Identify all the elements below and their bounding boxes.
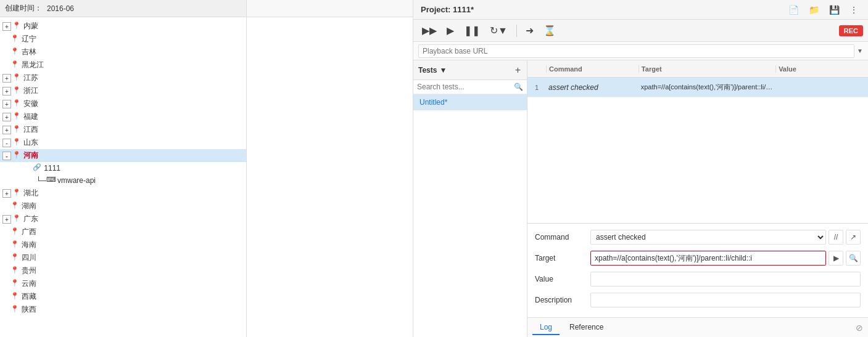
value-input[interactable] bbox=[590, 272, 861, 286]
tree-item[interactable]: 📍西藏 bbox=[0, 290, 246, 303]
test-list-item[interactable]: Untitled* bbox=[413, 94, 527, 110]
tree-item-icon: 📍 bbox=[12, 189, 22, 198]
tab-log[interactable]: Log bbox=[532, 320, 560, 335]
tree-toggle[interactable]: - bbox=[2, 139, 11, 147]
new-folder-button[interactable]: 📁 bbox=[806, 4, 822, 16]
run-all-button[interactable]: ▶▶ bbox=[418, 22, 440, 39]
tree-toggle[interactable]: + bbox=[2, 215, 11, 224]
tree-toggle[interactable]: - bbox=[2, 152, 11, 160]
tree-item-icon: 📍 bbox=[12, 151, 22, 161]
tree-item[interactable]: +📍安徽 bbox=[0, 97, 246, 110]
tree-item[interactable]: 📍陕西 bbox=[0, 303, 246, 316]
tree-toggle[interactable]: + bbox=[2, 74, 11, 83]
tree-item-label: 湖南 bbox=[22, 201, 36, 211]
tree-item[interactable]: └─ ⌨vmware-api bbox=[0, 174, 246, 187]
tree-item[interactable]: 📍广西 bbox=[0, 225, 246, 238]
tree-item-label: 河南 bbox=[23, 150, 38, 161]
tree-item-icon: 🔗 bbox=[33, 163, 43, 173]
tree-item[interactable]: +📍江苏 bbox=[0, 71, 246, 84]
col-value-header: Value bbox=[775, 65, 868, 73]
tree-item-label: 湖北 bbox=[23, 188, 38, 198]
command-select[interactable]: assert checked bbox=[590, 230, 826, 245]
tree-item-label: 福建 bbox=[23, 112, 38, 122]
tree-item[interactable]: 🔗1111 bbox=[0, 162, 246, 174]
bottom-panel-close[interactable]: ⊘ bbox=[856, 323, 863, 333]
target-edit-row: Target ▶ 🔍 bbox=[535, 250, 861, 267]
tree-item[interactable]: -📍山东 bbox=[0, 136, 246, 149]
target-input[interactable] bbox=[590, 251, 826, 266]
tree-item-label: 黑龙江 bbox=[22, 60, 44, 70]
tree-item[interactable]: 📍贵州 bbox=[0, 264, 246, 277]
tree-toggle[interactable]: + bbox=[2, 126, 11, 134]
value-edit-row: Value bbox=[535, 270, 861, 288]
tree-item[interactable]: 📍海南 bbox=[0, 238, 246, 251]
new-file-button[interactable]: 📄 bbox=[786, 4, 801, 16]
tests-list: Untitled* bbox=[413, 94, 527, 110]
command-edit-button[interactable]: // bbox=[829, 230, 843, 245]
tree-item-icon: 📍 bbox=[12, 214, 22, 224]
command-open-button[interactable]: ↗ bbox=[846, 230, 861, 245]
rec-button[interactable]: REC bbox=[839, 25, 863, 36]
tree-toggle[interactable]: + bbox=[2, 22, 11, 31]
description-input[interactable] bbox=[590, 293, 861, 307]
tree-item[interactable]: -📍河南 bbox=[0, 149, 246, 162]
run-button[interactable]: ▶ bbox=[443, 22, 458, 39]
tree-body: +📍内蒙 📍辽宁 📍吉林 📍黑龙江+📍江苏+📍浙江+📍安徽+📍福建+📍江西-📍山… bbox=[0, 17, 246, 337]
tree-item[interactable]: +📍湖北 bbox=[0, 187, 246, 200]
tree-item-icon: 📍 bbox=[12, 73, 22, 83]
skip-button[interactable]: ➜ bbox=[522, 22, 537, 39]
project-title: Project: 1111* bbox=[421, 5, 474, 14]
table-row[interactable]: 1 assert checked xpath=//a[contains(text… bbox=[527, 78, 868, 97]
tree-toggle[interactable]: + bbox=[2, 87, 11, 95]
target-select-button[interactable]: ▶ bbox=[829, 251, 843, 266]
right-panel: Project: 1111* 📄 📁 💾 ⋮ ▶▶ ▶ ❚❚ ↻▼ ➜ ⌛ RE… bbox=[413, 0, 868, 337]
tree-item[interactable]: +📍浙江 bbox=[0, 84, 246, 97]
tree-toggle[interactable]: + bbox=[2, 189, 11, 198]
loop-button[interactable]: ↻▼ bbox=[486, 22, 511, 39]
tree-item[interactable]: +📍江西 bbox=[0, 123, 246, 136]
value-label: Value bbox=[535, 275, 590, 283]
settings-button[interactable]: ⌛ bbox=[540, 22, 560, 39]
middle-body bbox=[247, 17, 413, 337]
description-label: Description bbox=[535, 296, 590, 304]
tree-item-label: 贵州 bbox=[22, 266, 36, 276]
tree-item[interactable]: 📍四川 bbox=[0, 251, 246, 264]
target-search-button[interactable]: 🔍 bbox=[846, 251, 861, 266]
toolbar-separator bbox=[516, 25, 517, 37]
tree-item[interactable]: +📍广东 bbox=[0, 213, 246, 225]
search-input[interactable] bbox=[417, 83, 514, 91]
pause-button[interactable]: ❚❚ bbox=[460, 22, 484, 39]
command-label: Command bbox=[535, 233, 590, 242]
tab-reference[interactable]: Reference bbox=[562, 320, 611, 335]
tree-item[interactable]: 📍湖南 bbox=[0, 200, 246, 213]
tree-item-label: 西藏 bbox=[22, 291, 36, 302]
tree-item[interactable]: +📍福建 bbox=[0, 110, 246, 123]
description-edit-row: Description bbox=[535, 291, 861, 309]
tree-item-icon: ⌨ bbox=[46, 176, 56, 185]
tree-item-icon: 📍 bbox=[10, 279, 20, 289]
tree-item[interactable]: 📍辽宁 bbox=[0, 33, 246, 46]
tree-item-icon: 📍 bbox=[12, 112, 22, 122]
tree-item-icon: 📍 bbox=[10, 253, 20, 263]
more-button[interactable]: ⋮ bbox=[847, 4, 861, 16]
search-bar: 🔍 bbox=[413, 80, 527, 94]
tree-item[interactable]: 📍吉林 bbox=[0, 46, 246, 59]
tree-item[interactable]: +📍内蒙 bbox=[0, 20, 246, 33]
commands-table-header: Command Target Value bbox=[527, 60, 868, 78]
url-dropdown-icon[interactable]: ▼ bbox=[857, 47, 863, 54]
tree-item-icon: 📍 bbox=[10, 60, 20, 70]
tree-item[interactable]: 📍黑龙江 bbox=[0, 59, 246, 71]
tests-add-button[interactable]: + bbox=[514, 65, 522, 76]
tree-item-icon: 📍 bbox=[12, 125, 22, 135]
tree-item-icon: 📍 bbox=[10, 240, 20, 250]
create-time-value: 2016-06 bbox=[47, 4, 74, 13]
tree-item[interactable]: 📍云南 bbox=[0, 277, 246, 290]
tree-toggle[interactable]: + bbox=[2, 100, 11, 108]
tree-item-label: vmware-api bbox=[57, 176, 96, 185]
left-tree-panel: 创建时间： 2016-06 +📍内蒙 📍辽宁 📍吉林 📍黑龙江+📍江苏+📍浙江+… bbox=[0, 0, 247, 337]
playback-url-input[interactable] bbox=[418, 44, 854, 58]
tree-toggle[interactable]: + bbox=[2, 113, 11, 121]
save-button[interactable]: 💾 bbox=[827, 4, 842, 16]
tree-item-icon: 📍 bbox=[12, 86, 22, 96]
row-target: xpath=//a[contains(text(),'河南')]/parent:… bbox=[639, 83, 776, 92]
